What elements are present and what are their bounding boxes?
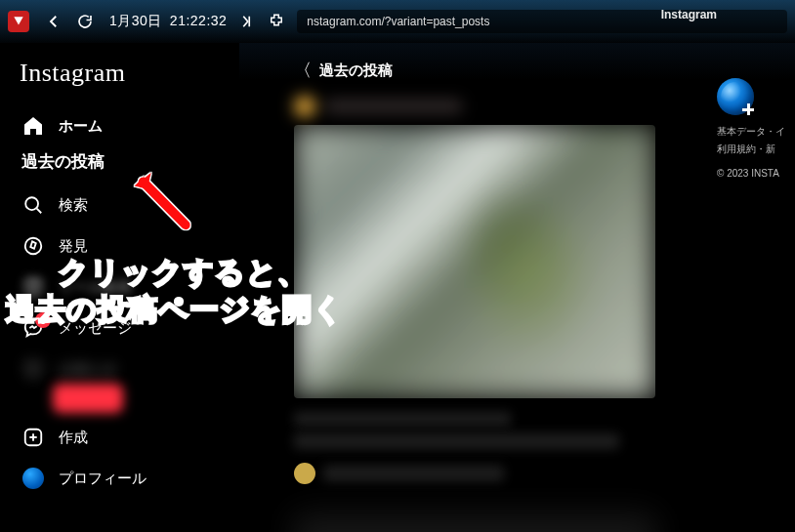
poster-name-blur (325, 100, 462, 113)
browser-toolbar: 1月30日 21:22:32 nstagram.com/?variant=pas… (0, 0, 795, 43)
sidebar-item-explore[interactable]: 発見 (14, 225, 226, 266)
sidebar-item-search[interactable]: 検索 (14, 184, 226, 225)
sidebar-item-messages[interactable]: 8 メッセージ (14, 307, 226, 348)
blur-text-line (323, 466, 504, 481)
footer-link-2[interactable]: 利用規約・新 (717, 143, 787, 156)
footer-link-1[interactable]: 基本データ・イ (717, 125, 787, 139)
panel-toggle-icon[interactable] (234, 9, 260, 34)
sidebar-label-profile: プロフィール (59, 470, 146, 488)
copyright: © 2023 INSTA (717, 168, 787, 179)
right-sidebar: 基本データ・イ 利用規約・新 © 2023 INSTA (711, 43, 795, 532)
compass-icon (21, 234, 45, 258)
sidebar: Instagram ホーム 過去の投稿 検索 発見 リール動画 (0, 43, 239, 532)
create-icon (21, 426, 45, 449)
main-content: 〈 過去の投稿 (239, 43, 711, 532)
back-caret-icon[interactable]: 〈 (294, 59, 312, 82)
clock-display: 1月30日 21:22:32 (109, 13, 227, 30)
comment-row[interactable] (294, 463, 655, 484)
sidebar-label-reels: リール動画 (59, 278, 132, 297)
sidebar-item-reels[interactable]: リール動画 (14, 266, 226, 307)
main-title: 過去の投稿 (319, 61, 393, 80)
heart-icon (21, 357, 45, 381)
post-meta (294, 412, 655, 484)
messenger-icon: 8 (21, 316, 45, 340)
date-text: 1月30日 (109, 13, 162, 30)
notification-popup-blur (53, 384, 123, 413)
blur-text-line (294, 433, 619, 449)
sidebar-item-profile[interactable]: プロフィール (14, 458, 226, 499)
back-button[interactable] (41, 9, 66, 34)
messages-badge: 8 (35, 312, 51, 328)
commenter-avatar[interactable] (294, 463, 315, 484)
poster-avatar[interactable] (294, 96, 315, 117)
home-icon (21, 114, 45, 138)
url-text: nstagram.com/?variant=past_posts (307, 15, 489, 28)
svg-point-1 (25, 238, 42, 255)
feed (294, 92, 655, 532)
vivaldi-logo[interactable] (8, 11, 29, 32)
extensions-icon[interactable] (264, 9, 289, 34)
sidebar-label-search: 検索 (59, 196, 88, 215)
sidebar-label-home: ホーム (59, 117, 103, 136)
sidebar-label-notifications: お知らせ (59, 360, 117, 379)
main-header[interactable]: 〈 過去の投稿 (239, 53, 711, 92)
time-text: 21:22:32 (170, 13, 228, 30)
search-icon (21, 193, 45, 217)
blur-text-line (294, 412, 511, 426)
reload-button[interactable] (72, 9, 98, 34)
sidebar-item-create[interactable]: 作成 (14, 417, 226, 458)
reels-icon (21, 275, 45, 299)
sidebar-label-explore: 発見 (59, 237, 88, 256)
plus-overlay-icon (740, 102, 756, 117)
sidebar-label-messages: メッセージ (59, 319, 132, 338)
next-post-blur (294, 513, 655, 532)
translate-globe-button[interactable] (717, 78, 754, 115)
profile-avatar-icon (21, 467, 45, 490)
sidebar-item-home[interactable]: ホーム (14, 105, 226, 146)
post-image[interactable] (294, 125, 655, 398)
instagram-logo[interactable]: Instagram (14, 53, 226, 105)
post-header[interactable] (294, 92, 655, 121)
sidebar-item-past-posts[interactable]: 過去の投稿 (14, 146, 226, 184)
tab-title[interactable]: Instagram (661, 8, 717, 21)
svg-point-0 (25, 197, 38, 210)
sidebar-item-notifications[interactable]: お知らせ (14, 348, 226, 389)
sidebar-label-create: 作成 (59, 429, 88, 447)
